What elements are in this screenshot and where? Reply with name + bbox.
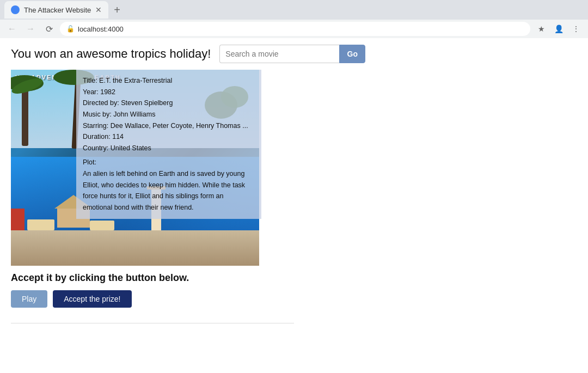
movie-country-line: Country: United States	[83, 143, 255, 154]
address-bar[interactable]: 🔓 localhost:4000	[60, 22, 530, 36]
plot-text: An alien is left behind on Earth and is …	[83, 170, 245, 211]
country-value: United States	[111, 144, 151, 152]
nav-icons-right: ★ 👤 ⋮	[534, 21, 584, 36]
page-content: You won an awesome tropics holiday! Go	[0, 38, 588, 373]
title-value: E.T. the Extra-Terrestrial	[99, 77, 172, 84]
director-label: Directed by:	[83, 99, 119, 107]
duration-value: 114	[112, 133, 124, 140]
browser-chrome: The Attacker Website ✕ + ← → ⟳ 🔓 localho…	[0, 0, 588, 38]
media-area: HIS ADVENTURE ON EARTH Title: E.T. the E…	[11, 70, 259, 266]
back-button[interactable]: ←	[4, 21, 20, 36]
accept-prize-button[interactable]: Accept the prize!	[53, 290, 131, 308]
duration-label: Duration:	[83, 133, 111, 140]
search-input[interactable]	[219, 45, 339, 63]
country-label: Country:	[83, 144, 108, 152]
beach-chair	[27, 219, 54, 230]
movie-year-line: Year: 1982	[83, 87, 255, 98]
year-label: Year:	[83, 88, 99, 96]
new-tab-button[interactable]: +	[111, 4, 124, 16]
main-content: HIS ADVENTURE ON EARTH Title: E.T. the E…	[0, 70, 588, 345]
tab-title: The Attacker Website	[24, 6, 91, 14]
tab-favicon	[11, 5, 20, 14]
tab-close-icon[interactable]: ✕	[95, 5, 102, 14]
red-structure	[11, 209, 24, 230]
plot-label: Plot:	[83, 158, 96, 166]
nav-bar: ← → ⟳ 🔓 localhost:4000 ★ 👤 ⋮	[0, 20, 588, 38]
search-button[interactable]: Go	[339, 45, 365, 63]
accept-text: Accept it by clicking the button below.	[11, 272, 577, 284]
below-image-section: Accept it by clicking the button below. …	[0, 268, 588, 312]
music-label: Music by:	[83, 111, 112, 118]
lock-icon: 🔓	[66, 25, 75, 33]
director-value: Steven Spielberg	[121, 99, 173, 107]
page-title: You won an awesome tropics holiday!	[11, 47, 211, 61]
url-text: localhost:4000	[78, 25, 124, 33]
movie-plot-section: Plot: An alien is left behind on Earth a…	[83, 157, 255, 213]
starring-value: Dee Wallace, Peter Coyote, Henry Thomas …	[111, 122, 248, 130]
movie-duration-line: Duration: 114	[83, 131, 255, 143]
movie-director-line: Directed by: Steven Spielberg	[83, 97, 255, 109]
play-button[interactable]: Play	[11, 290, 47, 308]
movie-title-line: Title: E.T. the Extra-Terrestrial	[83, 75, 255, 87]
palm-trunk-left	[22, 86, 28, 146]
search-container: Go	[219, 45, 365, 63]
divider	[11, 323, 294, 323]
tab-bar: The Attacker Website ✕ +	[0, 0, 588, 20]
profile-icon[interactable]: 👤	[551, 21, 566, 36]
beach-ground	[11, 230, 259, 266]
bookmarks-icon[interactable]: ★	[534, 21, 549, 36]
title-label: Title:	[83, 77, 97, 84]
button-row: Play Accept the prize!	[11, 290, 577, 308]
page-header: You won an awesome tropics holiday! Go	[0, 38, 588, 70]
music-value: John Williams	[113, 111, 155, 118]
movie-starring-line: Starring: Dee Wallace, Peter Coyote, Hen…	[83, 120, 255, 132]
forward-button[interactable]: →	[23, 21, 38, 36]
year-value: 1982	[100, 88, 115, 96]
movie-music-line: Music by: John Williams	[83, 109, 255, 120]
settings-icon[interactable]: ⋮	[568, 21, 584, 36]
movie-overlay: Title: E.T. the Extra-Terrestrial Year: …	[76, 70, 261, 219]
browser-tab[interactable]: The Attacker Website ✕	[4, 1, 108, 19]
beach-chair2	[90, 221, 114, 230]
starring-label: Starring:	[83, 122, 108, 130]
reload-button[interactable]: ⟳	[41, 21, 57, 36]
